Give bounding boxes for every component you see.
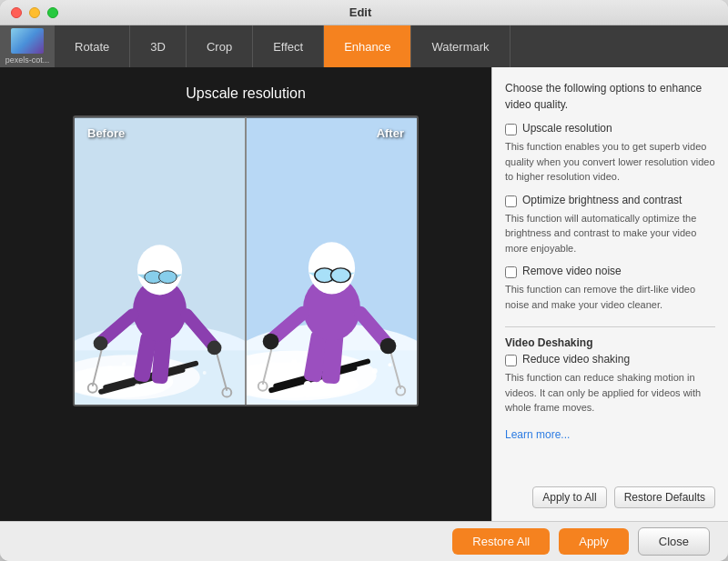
restore-defaults-button[interactable]: Restore Defaults [614,486,715,508]
tab-watermark[interactable]: Watermark [411,25,510,67]
noise-label[interactable]: Remove video noise [522,265,622,277]
deshake-label[interactable]: Reduce video shaking [522,353,630,366]
upscale-desc: This function enables you to get superb … [505,139,715,185]
main-window: Edit pexels-cot... Rotate 3D Crop Effect [0,0,728,561]
brightness-option-row: Optimize brightness and contrast [505,194,715,207]
apply-button[interactable]: Apply [559,528,629,555]
svg-point-23 [98,374,106,381]
intro-desc: Choose the following options to enhance … [505,80,715,113]
restore-all-button[interactable]: Restore All [452,528,550,555]
tab-rotate[interactable]: Rotate [55,25,130,67]
svg-point-44 [380,338,397,355]
tab-crop[interactable]: Crop [187,25,253,67]
svg-point-17 [207,341,222,356]
svg-point-53 [389,363,392,366]
upscale-option-row: Upscale resolution [505,122,715,135]
svg-point-51 [304,381,311,388]
svg-point-22 [122,362,126,366]
preview-title: Upscale resolution [186,85,306,102]
svg-point-45 [308,242,355,294]
file-thumbnail: pexels-cot... [0,25,55,67]
divider [505,326,715,327]
nav-tabs: Rotate 3D Crop Effect Enhance Watermark [55,25,728,67]
svg-point-21 [107,366,113,371]
after-label: After [371,125,410,142]
svg-point-25 [203,371,207,375]
brightness-desc: This function will automatically optimiz… [505,211,715,256]
svg-point-50 [268,371,277,380]
svg-point-24 [135,384,140,389]
window-title: Edit [4,5,717,19]
svg-point-49 [291,359,297,365]
close-button[interactable]: Close [638,527,710,556]
apply-to-all-button[interactable]: Apply to All [532,486,606,508]
svg-point-16 [94,336,108,351]
content-area: Upscale resolution Before [0,67,728,521]
toolbar: pexels-cot... Rotate 3D Crop Effect Enha… [0,25,728,67]
deshake-option-row: Reduce video shaking [505,353,715,366]
tab-enhance[interactable]: Enhance [324,25,411,67]
svg-point-18 [137,245,182,295]
noise-checkbox[interactable] [505,266,517,278]
deshake-desc: This function can reduce shaking motion … [505,370,715,416]
svg-point-43 [263,334,279,350]
upscale-checkbox[interactable] [505,124,517,135]
tab-effect[interactable]: Effect [253,25,324,67]
learn-more-link[interactable]: Learn more... [505,428,715,441]
thumbnail-image [11,28,44,54]
svg-point-20 [159,271,177,284]
upscale-label[interactable]: Upscale resolution [522,122,612,135]
before-after-container: Before [73,115,419,406]
svg-point-48 [277,363,284,370]
before-panel: Before [75,117,247,405]
deshake-heading: Video Deshaking [505,336,715,349]
tab-3d[interactable]: 3D [130,25,187,67]
deshake-checkbox[interactable] [505,355,517,366]
svg-point-52 [372,368,378,374]
after-image [247,117,417,405]
brightness-label[interactable]: Optimize brightness and contrast [522,194,682,206]
right-panel: Choose the following options to enhance … [491,67,728,521]
after-panel: After [247,117,417,405]
title-bar: Edit [0,0,728,25]
before-label: Before [82,125,130,142]
noise-option-row: Remove video noise [505,265,715,278]
preview-panel: Upscale resolution Before [0,67,491,521]
svg-point-47 [331,268,351,283]
bottom-bar: Restore All Apply Close [0,521,728,561]
before-image [75,117,245,405]
brightness-checkbox[interactable] [505,195,517,207]
file-label: pexels-cot... [5,55,50,65]
noise-desc: This function can remove the dirt-like v… [505,282,715,312]
